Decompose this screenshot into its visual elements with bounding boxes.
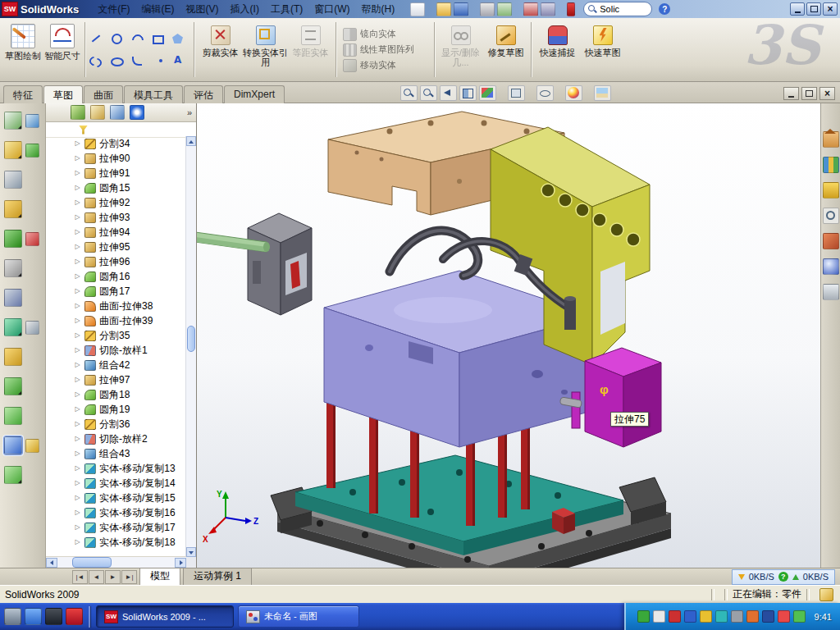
expand-arrow-icon[interactable] bbox=[74, 225, 81, 240]
tray-icon[interactable] bbox=[637, 610, 650, 623]
tree-item[interactable]: 圆角15 bbox=[46, 180, 186, 195]
tray-icon[interactable] bbox=[778, 610, 790, 623]
expand-arrow-icon[interactable] bbox=[74, 328, 81, 343]
point-tool-button[interactable] bbox=[150, 50, 171, 72]
wedge-tool-icon[interactable] bbox=[4, 348, 22, 366]
expand-arrow-icon[interactable] bbox=[74, 505, 81, 520]
previous-view-icon[interactable] bbox=[440, 85, 457, 101]
status-tool-icon[interactable] bbox=[819, 588, 833, 601]
tree-item[interactable]: 实体-移动/复制18 bbox=[46, 535, 186, 550]
print-icon[interactable] bbox=[480, 2, 495, 16]
doc-close-button[interactable] bbox=[819, 87, 835, 100]
clock[interactable]: 9:41 bbox=[815, 612, 832, 622]
tree-item[interactable]: 切除-放样1 bbox=[46, 343, 186, 358]
tree-item[interactable]: 曲面-拉伸38 bbox=[46, 299, 186, 313]
tray-icon[interactable] bbox=[731, 610, 743, 623]
tree-item[interactable]: 实体-移动/复制13 bbox=[46, 461, 186, 476]
tree-item[interactable]: 圆角19 bbox=[46, 402, 186, 417]
rectangle-tool-button[interactable] bbox=[150, 28, 171, 50]
undo-icon[interactable] bbox=[497, 2, 512, 16]
save-icon[interactable] bbox=[454, 2, 468, 16]
expand-arrow-icon[interactable] bbox=[74, 299, 81, 313]
text-tool-button[interactable] bbox=[171, 50, 191, 72]
help-icon[interactable] bbox=[659, 3, 670, 15]
tray-icon[interactable] bbox=[762, 610, 774, 623]
appearance-icon[interactable] bbox=[565, 85, 582, 101]
tab-surfaces[interactable]: 曲面 bbox=[84, 85, 123, 105]
first-tab-icon[interactable] bbox=[72, 570, 88, 584]
display-style-icon[interactable] bbox=[508, 85, 525, 101]
green-block-tool-icon[interactable] bbox=[4, 377, 22, 395]
expand-arrow-icon[interactable] bbox=[74, 372, 81, 387]
sketch-grid-icon[interactable] bbox=[4, 112, 22, 130]
spline-curve-tool-icon[interactable] bbox=[4, 407, 22, 425]
hook-tool-icon[interactable] bbox=[4, 318, 22, 336]
aux-tool-icon[interactable] bbox=[25, 321, 39, 335]
menu-tools[interactable]: 工具(T) bbox=[265, 0, 308, 19]
tree-item[interactable]: 拉伸93 bbox=[46, 210, 186, 225]
rapid-sketch-button[interactable]: 快速草图 bbox=[580, 18, 625, 81]
scrollbar-thumb[interactable] bbox=[187, 326, 195, 352]
expand-arrow-icon[interactable] bbox=[74, 431, 81, 446]
search-input[interactable] bbox=[600, 4, 641, 14]
trim-entities-button[interactable]: 剪裁实体 bbox=[198, 18, 243, 81]
convert-entities-button[interactable]: 转换实体引用 bbox=[243, 18, 288, 81]
dashed-line-tool-icon[interactable] bbox=[4, 289, 22, 307]
tree-item[interactable]: 拉伸96 bbox=[46, 254, 186, 269]
doc-minimize-button[interactable] bbox=[783, 87, 799, 100]
tree-item[interactable]: 实体-移动/复制14 bbox=[46, 476, 186, 491]
cube-tool-icon[interactable] bbox=[25, 144, 39, 158]
expand-arrow-icon[interactable] bbox=[74, 136, 81, 151]
doc-tab-motion-study[interactable]: 运动算例 1 bbox=[183, 568, 252, 586]
tree-vertical-scrollbar[interactable] bbox=[185, 136, 196, 557]
repair-sketch-button[interactable]: 修复草图 bbox=[483, 18, 528, 81]
tray-icon[interactable] bbox=[700, 610, 712, 623]
curve-tool-icon[interactable] bbox=[4, 466, 22, 484]
tree-item[interactable]: 分割36 bbox=[46, 417, 186, 431]
media-player-icon[interactable] bbox=[45, 608, 62, 625]
flyout-tool-icon[interactable] bbox=[25, 439, 39, 453]
tray-icon[interactable] bbox=[684, 610, 696, 623]
resources-home-icon[interactable] bbox=[823, 131, 839, 148]
tree-item[interactable]: 拉伸94 bbox=[46, 225, 186, 240]
scene-icon[interactable] bbox=[594, 85, 611, 101]
expand-arrow-icon[interactable] bbox=[74, 240, 81, 254]
expand-arrow-icon[interactable] bbox=[74, 402, 81, 417]
doc-restore-button[interactable] bbox=[801, 87, 817, 100]
expand-arrow-icon[interactable] bbox=[74, 284, 81, 299]
expand-arrow-icon[interactable] bbox=[74, 254, 81, 269]
tray-icon[interactable] bbox=[653, 610, 665, 623]
tab-evaluate[interactable]: 评估 bbox=[184, 85, 223, 105]
view-palette-icon[interactable] bbox=[823, 233, 839, 249]
scroll-up-icon[interactable] bbox=[186, 136, 196, 146]
sketch-button[interactable]: 草图绘制 bbox=[3, 18, 43, 81]
doc-tab-model[interactable]: 模型 bbox=[139, 568, 180, 586]
expand-arrow-icon[interactable] bbox=[74, 151, 81, 166]
show-desktop-icon[interactable] bbox=[4, 608, 21, 625]
view-orientation-icon[interactable] bbox=[479, 85, 496, 101]
expand-arrow-icon[interactable] bbox=[74, 476, 81, 491]
tray-icon[interactable] bbox=[746, 610, 759, 623]
section-view-icon[interactable] bbox=[459, 85, 477, 101]
configuration-manager-tab-icon[interactable] bbox=[110, 105, 125, 120]
menu-view[interactable]: 视图(V) bbox=[180, 0, 225, 19]
tree-item[interactable]: 圆角18 bbox=[46, 387, 186, 402]
new-document-icon[interactable] bbox=[410, 2, 425, 16]
task-paint[interactable]: 未命名 - 画图 bbox=[238, 605, 359, 628]
tray-icon[interactable] bbox=[669, 610, 681, 623]
question-icon[interactable] bbox=[778, 572, 788, 582]
search-icon[interactable] bbox=[823, 208, 839, 224]
menu-file[interactable]: 文件(F) bbox=[92, 0, 135, 19]
tab-dimxpert[interactable]: DimXpert bbox=[224, 85, 285, 105]
tree-item[interactable]: 圆角17 bbox=[46, 284, 186, 299]
tree-item[interactable]: 拉伸92 bbox=[46, 195, 186, 210]
last-tab-icon[interactable] bbox=[121, 570, 137, 584]
appearances-icon[interactable] bbox=[823, 258, 839, 275]
move-entities-button[interactable]: 移动实体 bbox=[343, 59, 431, 72]
maximize-button[interactable] bbox=[806, 2, 821, 16]
expand-arrow-icon[interactable] bbox=[74, 461, 81, 476]
rebuild-icon[interactable] bbox=[523, 2, 538, 16]
tree-item[interactable]: 实体-移动/复制17 bbox=[46, 520, 186, 535]
tab-mold-tools[interactable]: 模具工具 bbox=[124, 85, 183, 105]
tree-item[interactable]: 分割35 bbox=[46, 328, 186, 343]
